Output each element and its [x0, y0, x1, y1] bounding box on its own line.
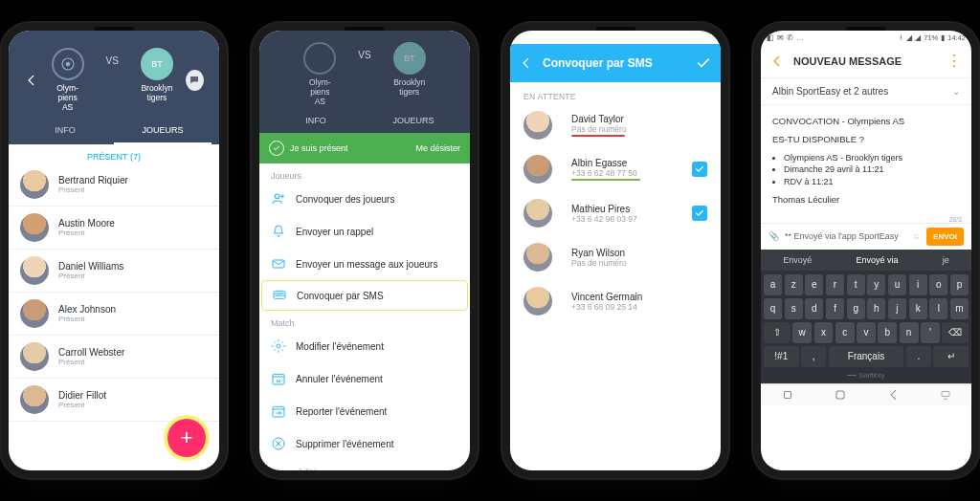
compose-footer-text[interactable]: ** Envoyé via l'app SportEasy — [785, 231, 906, 241]
back-icon[interactable] — [770, 54, 784, 68]
predict-3[interactable]: je — [943, 255, 949, 265]
contact-row[interactable]: David Taylor Pas de numéro — [510, 103, 721, 147]
key-w[interactable]: w — [792, 322, 812, 343]
player-row[interactable]: Didier Fillot Présent — [9, 379, 219, 422]
key-i[interactable]: i — [909, 274, 927, 295]
key-h[interactable]: h — [867, 298, 885, 319]
back-nav-icon[interactable] — [887, 388, 901, 402]
predict-2[interactable]: Envoyé via — [856, 255, 898, 265]
keyboard[interactable]: azertyuiopqsdfghjklm⇧wxcvbn'⌫!#1,Françai… — [761, 271, 971, 383]
key-t[interactable]: t — [847, 274, 865, 295]
predict-1[interactable]: Envoyé — [783, 255, 812, 265]
key-n[interactable]: n — [900, 322, 919, 343]
key-↵[interactable]: ↵ — [933, 346, 969, 367]
key-b[interactable]: b — [878, 322, 897, 343]
key-s[interactable]: s — [785, 298, 803, 319]
key-o[interactable]: o — [929, 274, 947, 295]
menu-reminder[interactable]: Envoyer un rappel — [259, 215, 470, 248]
menu-sms[interactable]: SMS Convoquer par SMS — [261, 280, 468, 311]
back-icon[interactable] — [520, 56, 533, 70]
key-k[interactable]: k — [909, 298, 927, 319]
contact-row[interactable]: Albin Egasse +33 6 62 48 77 50 — [510, 147, 721, 191]
recipients-field[interactable]: Albin SportEasy et 2 autres ⌄ — [761, 78, 971, 105]
menu-invite[interactable]: Convoquer des joueurs — [259, 183, 470, 215]
withdraw-link[interactable]: Me désister — [415, 143, 460, 153]
key-d[interactable]: d — [805, 298, 823, 319]
menu-cancel[interactable]: Annuler l'événement — [259, 362, 470, 395]
android-navbar — [761, 383, 971, 405]
checkbox-icon[interactable] — [692, 250, 707, 265]
menu-delete[interactable]: Supprimer l'événement — [259, 427, 470, 460]
tab-players[interactable]: JOUEURS — [114, 125, 212, 144]
menu-postpone-label: Reporter l'événement — [296, 406, 387, 417]
key-u[interactable]: u — [888, 274, 906, 295]
player-name: Alex Johnson — [58, 304, 116, 315]
tab-info[interactable]: INFO — [267, 116, 365, 133]
signal-icon: ◢ — [906, 33, 912, 42]
key-y[interactable]: y — [867, 274, 885, 295]
avatar — [20, 256, 49, 285]
menu-message[interactable]: Envoyer un message aux joueurs — [259, 248, 470, 280]
key-!#1[interactable]: !#1 — [764, 346, 799, 367]
key-,[interactable]: , — [801, 346, 826, 367]
key-v[interactable]: v — [857, 322, 876, 343]
avatar — [20, 170, 49, 199]
x-circle-icon — [271, 436, 286, 451]
confirm-icon[interactable] — [696, 55, 711, 71]
player-row[interactable]: Daniel Williams Présent — [9, 250, 219, 293]
tab-players[interactable]: JOUEURS — [365, 116, 462, 133]
contact-row[interactable]: Vincent Germain +33 6 66 09 25 14 — [510, 279, 721, 323]
tab-info[interactable]: INFO — [16, 125, 114, 144]
checkbox-icon[interactable] — [692, 206, 707, 221]
key-r[interactable]: r — [826, 274, 844, 295]
key-.[interactable]: . — [906, 346, 931, 367]
key-x[interactable]: x — [814, 322, 834, 343]
key-a[interactable]: a — [764, 274, 782, 295]
key-Français[interactable]: Français — [829, 346, 903, 367]
more-icon[interactable]: ⋮ — [947, 52, 962, 70]
section-match-label: Match — [259, 311, 470, 330]
key-q[interactable]: q — [764, 298, 782, 319]
menu-modify[interactable]: Modifier l'événement — [259, 330, 470, 362]
player-row[interactable]: Alex Johnson Présent — [9, 293, 219, 336]
player-row[interactable]: Austin Moore Présent — [9, 207, 219, 250]
key-⌫[interactable]: ⌫ — [942, 322, 969, 343]
key-f[interactable]: f — [826, 298, 844, 319]
checkbox-icon[interactable] — [692, 294, 707, 309]
key-c[interactable]: c — [835, 322, 855, 343]
prediction-bar[interactable]: Envoyé Envoyé via je — [761, 250, 971, 271]
emoji-icon[interactable]: ☺ — [912, 231, 921, 241]
send-button[interactable]: ENVOI — [926, 228, 964, 246]
avatar — [20, 213, 49, 242]
key-'[interactable]: ' — [921, 322, 940, 343]
message-body[interactable]: CONVOCATION - Olympiens AS ES-TU DISPONI… — [761, 105, 971, 216]
key-z[interactable]: z — [785, 274, 803, 295]
attach-icon[interactable]: 📎 — [768, 231, 779, 241]
key-m[interactable]: m — [950, 298, 969, 319]
menu-postpone[interactable]: Reporter l'événement — [259, 395, 470, 427]
player-row[interactable]: Carroll Webster Présent — [9, 336, 219, 379]
contact-list[interactable]: David Taylor Pas de numéro Albin Egasse … — [510, 103, 721, 323]
chat-icon[interactable] — [186, 70, 204, 91]
svg-rect-11 — [836, 391, 844, 399]
svg-rect-7 — [273, 375, 284, 385]
section-dispo-label: Disponibilité — [259, 460, 470, 470]
recent-apps-icon[interactable] — [781, 388, 794, 402]
home-icon[interactable] — [834, 388, 847, 402]
contact-row[interactable]: Ryan Wilson Pas de numéro — [510, 235, 721, 279]
key-j[interactable]: j — [888, 298, 906, 319]
contact-phone: Pas de numéro — [571, 124, 627, 134]
checkbox-icon[interactable] — [692, 118, 707, 133]
back-icon[interactable] — [24, 72, 39, 89]
key-e[interactable]: e — [805, 274, 823, 295]
key-p[interactable]: p — [950, 274, 969, 295]
avatar — [523, 155, 552, 184]
keyboard-hide-icon[interactable] — [940, 388, 951, 402]
key-g[interactable]: g — [847, 298, 865, 319]
key-⇧[interactable]: ⇧ — [764, 322, 791, 343]
add-button[interactable]: + — [167, 419, 206, 457]
key-l[interactable]: l — [929, 298, 947, 319]
player-row[interactable]: Bertrand Riquier Présent — [9, 163, 219, 207]
checkbox-icon[interactable] — [692, 162, 707, 177]
contact-row[interactable]: Mathieu Pires +33 6 42 96 03 97 — [510, 191, 721, 235]
